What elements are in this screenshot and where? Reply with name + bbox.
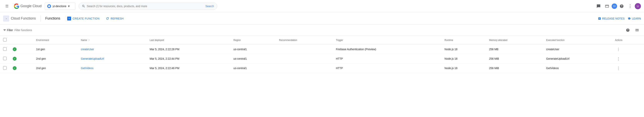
row-checkbox[interactable] (3, 47, 6, 51)
row-name-link[interactable]: GetVideos (81, 67, 94, 70)
learn-link[interactable]: LEARN (628, 17, 641, 20)
header-environment-col: Environment (33, 36, 78, 45)
header-trigger-col: Trigger (333, 36, 442, 45)
row-recommendation-cell (276, 45, 333, 54)
page-title: Functions (41, 17, 65, 21)
notifications-button[interactable] (595, 2, 602, 10)
google-cloud-logo: Google Cloud (14, 4, 42, 9)
row-actions-menu-button[interactable]: ⋮ (615, 56, 622, 62)
header-status-col (10, 36, 33, 45)
header-executed-col: Executed function (543, 36, 612, 45)
refresh-icon (106, 17, 109, 20)
columns-icon (635, 28, 639, 32)
search-input[interactable] (87, 5, 204, 8)
filter-input[interactable] (14, 29, 622, 32)
plus-icon: + (67, 17, 71, 21)
google-cloud-text: Google Cloud (20, 4, 42, 8)
row-checkbox[interactable] (3, 66, 6, 70)
top-nav: ☰ Google Cloud yt-devclone ▾ Search (0, 0, 644, 12)
search-bar-icon (82, 5, 85, 8)
avatar-initials: U (637, 5, 639, 8)
row-recommendation-cell (276, 54, 333, 64)
select-all-checkbox[interactable] (3, 38, 6, 42)
row-memory-cell: 256 MB (486, 45, 543, 54)
cloud-functions-icon: ··· (3, 16, 9, 22)
more-options-button[interactable]: ⋮ (626, 2, 634, 10)
row-name-cell: GetVideos (78, 64, 146, 73)
more-icon: ⋮ (628, 4, 632, 9)
menu-button[interactable]: ☰ (3, 2, 11, 10)
header-name-col[interactable]: Name ↑ (78, 36, 146, 45)
header-region-col: Region (230, 36, 276, 45)
terminal-icon (605, 4, 609, 8)
release-notes-label: RELEASE NOTES (602, 17, 625, 20)
project-icon (47, 4, 51, 8)
search-bar[interactable]: Search (78, 3, 217, 10)
row-status-cell: ✓ (10, 45, 33, 54)
search-button[interactable]: Search (206, 5, 214, 8)
filter-label: Filter (7, 29, 13, 32)
release-notes-icon (598, 17, 601, 20)
refresh-button[interactable]: REFRESH (104, 15, 126, 22)
help-button[interactable] (618, 2, 626, 10)
row-executed-cell: GenerateUploadUrl (543, 54, 612, 64)
filter-icon (3, 29, 6, 32)
row-actions-cell: ⋮ (612, 54, 644, 64)
sort-asc-icon: ↑ (88, 39, 90, 42)
row-status-cell: ✓ (10, 54, 33, 64)
header-checkbox-col (0, 36, 10, 45)
refresh-label: REFRESH (111, 17, 124, 20)
row-executed-cell: GetVideos (543, 64, 612, 73)
row-memory-cell: 256 MiB (486, 54, 543, 64)
row-actions-menu-button[interactable]: ⋮ (615, 65, 622, 71)
table-header-row: Environment Name ↑ Last deployed Region … (0, 36, 644, 45)
header-runtime-col: Runtime (442, 36, 486, 45)
create-function-label: CREATE FUNCTION (72, 17, 99, 20)
row-trigger-cell: HTTP (333, 54, 442, 64)
notification-badge[interactable]: 16 (612, 4, 617, 9)
row-runtime-cell: Node.js 18 (442, 64, 486, 73)
create-function-button[interactable]: + CREATE FUNCTION (65, 15, 102, 22)
header-recommendation-col: Recommendation (276, 36, 333, 45)
row-name-link[interactable]: createUser (81, 48, 94, 51)
row-environment-cell: 2nd gen (33, 54, 78, 64)
header-last-deployed-col: Last deployed (146, 36, 230, 45)
functions-table-container: Environment Name ↑ Last deployed Region … (0, 36, 644, 73)
menu-icon: ☰ (6, 4, 8, 8)
avatar[interactable]: U (635, 3, 641, 9)
row-last-deployed-cell: Mar 5, 2024, 2:22:44 PM (146, 54, 230, 64)
row-actions-cell: ⋮ (612, 64, 644, 73)
row-checkbox-cell (0, 54, 10, 64)
learn-icon (628, 17, 631, 20)
table-row: ✓ 1st gen createUser Mar 5, 2024, 2:22:2… (0, 45, 644, 54)
row-last-deployed-cell: Mar 5, 2024, 2:22:46 PM (146, 64, 230, 73)
row-name-cell: createUser (78, 45, 146, 54)
help-icon (620, 4, 624, 8)
filter-button[interactable]: Filter (3, 29, 13, 32)
sub-nav: ··· Cloud Functions Functions + CREATE F… (0, 12, 644, 25)
row-executed-cell: createUser (543, 45, 612, 54)
header-memory-col: Memory allocated (486, 36, 543, 45)
row-name-link[interactable]: GenerateUploadUrl (81, 57, 104, 60)
filter-bar: Filter (0, 25, 644, 36)
row-environment-cell: 2nd gen (33, 64, 78, 73)
row-runtime-cell: Node.js 18 (442, 45, 486, 54)
project-selector[interactable]: yt-devclone ▾ (45, 3, 76, 10)
row-name-cell: GenerateUploadUrl (78, 54, 146, 64)
table-help-button[interactable] (624, 26, 632, 34)
row-status-cell: ✓ (10, 64, 33, 73)
row-actions-menu-button[interactable]: ⋮ (615, 46, 622, 52)
functions-table: Environment Name ↑ Last deployed Region … (0, 36, 644, 73)
row-last-deployed-cell: Mar 5, 2024, 2:22:28 PM (146, 45, 230, 54)
status-ok-icon: ✓ (13, 57, 16, 61)
columns-button[interactable] (633, 26, 641, 34)
row-actions-cell: ⋮ (612, 45, 644, 54)
release-notes-link[interactable]: RELEASE NOTES (598, 17, 625, 20)
row-checkbox-cell (0, 45, 10, 54)
row-region-cell: us-central1 (230, 64, 276, 73)
terminal-button[interactable] (603, 2, 611, 10)
sub-nav-actions: + CREATE FUNCTION REFRESH (65, 15, 126, 22)
row-trigger-cell: Firebase Authentication (Preview) (333, 45, 442, 54)
status-ok-icon: ✓ (13, 47, 16, 51)
row-checkbox[interactable] (3, 57, 6, 60)
